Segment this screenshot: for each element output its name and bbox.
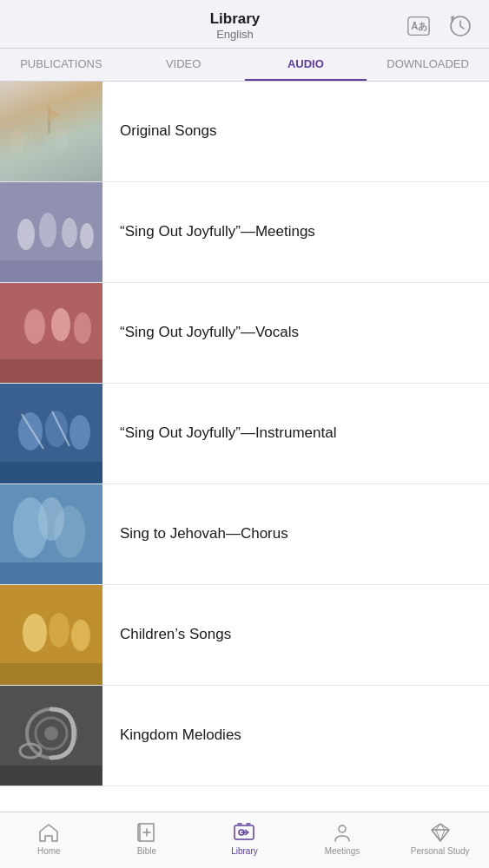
nav-bible-label: Bible [137,846,156,856]
library-icon [233,821,255,844]
header-title: Library [66,10,404,28]
thumbnail-original-songs [0,82,102,181]
bottom-nav: Home Bible Library [0,812,489,868]
thumb-chorus-svg [0,484,102,584]
nav-home[interactable]: Home [0,818,98,859]
header-right-icons: Āあ [404,11,475,41]
thumbnail-sing-out-meetings [0,182,102,282]
svg-rect-27 [0,462,102,483]
thumbnail-childrens-songs [0,585,102,685]
svg-point-17 [24,309,45,344]
svg-marker-47 [432,824,449,841]
svg-point-14 [80,223,94,249]
thumbnail-sing-out-vocals [0,283,102,383]
svg-text:Āあ: Āあ [411,21,427,31]
label-sing-to-jehovah: Sing to Jehovah—Chorus [102,510,489,557]
personal-study-icon [429,821,452,844]
svg-rect-20 [0,359,102,383]
thumb-vocals-svg [0,283,102,383]
svg-rect-8 [48,108,50,134]
svg-rect-37 [0,663,102,685]
bible-icon [135,821,158,844]
svg-point-11 [17,219,35,250]
svg-rect-43 [0,766,102,786]
thumbnail-sing-out-instrumental [0,384,102,483]
svg-point-7 [54,128,68,154]
list-item-childrens-songs[interactable]: Children’s Songs [0,585,489,686]
thumb-meetings-svg [0,182,102,282]
nav-meetings-label: Meetings [325,846,360,856]
list-item-original-songs[interactable]: Original Songs [0,82,489,182]
nav-meetings[interactable]: Meetings [294,818,392,859]
svg-rect-32 [0,562,102,584]
history-icon [449,15,472,37]
header-title-group: Library English [66,10,404,41]
svg-point-36 [71,620,90,651]
home-icon [37,821,60,844]
thumb-scene-svg [0,82,102,181]
svg-point-6 [33,127,45,149]
font-language-button[interactable]: Āあ [404,11,433,41]
nav-bible[interactable]: Bible [98,818,196,859]
font-language-icon: Āあ [407,15,430,37]
svg-point-23 [45,411,68,447]
svg-point-24 [69,415,90,450]
tab-audio[interactable]: AUDIO [245,49,367,81]
nav-library[interactable]: Library [195,818,294,859]
svg-point-13 [62,218,77,247]
tab-publications[interactable]: PUBLICATIONS [0,49,122,81]
svg-rect-3 [0,82,102,181]
svg-point-41 [44,727,58,740]
svg-point-46 [339,825,346,832]
header: Library English Āあ [0,0,489,49]
meetings-icon [331,821,354,844]
svg-point-34 [23,614,47,652]
tab-video[interactable]: VIDEO [122,49,245,81]
list-item-kingdom-melodies[interactable]: Kingdom Melodies [0,686,489,786]
thumb-instrumental-svg [0,384,102,483]
thumb-melodies-svg [0,686,102,786]
list-item-sing-out-vocals[interactable]: “Sing Out Joyfully”—Vocals [0,283,489,384]
audio-list: Original Songs “Sing Out Joyfully”—Meeti… [0,82,489,812]
history-button[interactable] [446,11,475,41]
svg-point-12 [39,213,56,247]
svg-point-35 [49,613,69,648]
svg-point-31 [38,497,64,541]
svg-marker-9 [48,108,61,122]
svg-point-22 [18,412,43,450]
tab-downloaded[interactable]: DOWNLOADED [367,49,489,81]
nav-personal-study[interactable]: Personal Study [391,818,489,859]
thumb-childrens-svg [0,585,102,685]
label-kingdom-melodies: Kingdom Melodies [102,712,489,759]
list-item-sing-out-meetings[interactable]: “Sing Out Joyfully”—Meetings [0,182,489,283]
svg-point-19 [74,312,91,344]
thumbnail-kingdom-melodies [0,686,102,786]
list-item-sing-to-jehovah[interactable]: Sing to Jehovah—Chorus [0,484,489,585]
label-sing-out-instrumental: “Sing Out Joyfully”—Instrumental [102,410,489,457]
list-item-sing-out-instrumental[interactable]: “Sing Out Joyfully”—Instrumental [0,384,489,484]
svg-point-4 [0,147,102,181]
label-sing-out-vocals: “Sing Out Joyfully”—Vocals [102,309,489,356]
nav-home-label: Home [37,846,61,856]
thumbnail-sing-to-jehovah [0,484,102,584]
label-sing-out-meetings: “Sing Out Joyfully”—Meetings [102,208,489,255]
svg-point-18 [51,308,70,341]
svg-point-5 [10,130,24,155]
nav-library-label: Library [231,846,258,856]
label-original-songs: Original Songs [102,108,489,155]
nav-personal-study-label: Personal Study [411,846,470,856]
label-childrens-songs: Children’s Songs [102,611,489,658]
header-subtitle: English [66,28,404,41]
svg-rect-15 [0,260,102,282]
top-tabs: PUBLICATIONS VIDEO AUDIO DOWNLOADED [0,49,489,82]
